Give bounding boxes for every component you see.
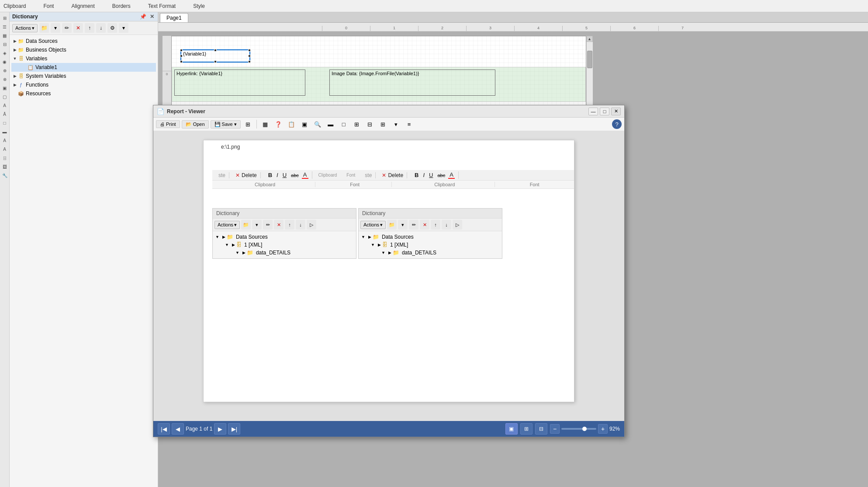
viewer-maximize-button[interactable]: □: [600, 108, 609, 115]
nav-icon-8[interactable]: ⊗: [1, 75, 9, 83]
expand-dd-sub-left[interactable]: ▶: [242, 250, 246, 255]
nav-icon-16[interactable]: A: [1, 145, 9, 153]
nav-icon-1[interactable]: ⊞: [1, 14, 9, 22]
expand-ds-sub-right[interactable]: ▶: [368, 235, 371, 239]
handle-br[interactable]: [248, 60, 251, 63]
nav-icon-15[interactable]: A: [1, 136, 9, 144]
viewer-left-down-btn[interactable]: ↓: [296, 220, 305, 230]
expand-resources[interactable]: [12, 91, 17, 96]
expand-dd-sub-right[interactable]: ▶: [388, 250, 391, 255]
viewer-minimize-button[interactable]: —: [588, 108, 598, 115]
expand-xml-sub-right[interactable]: ▶: [378, 243, 381, 247]
viewer-tool-btn-9[interactable]: ⊞: [351, 119, 363, 129]
viewer-right-new-dropdown[interactable]: ▾: [398, 220, 408, 230]
handle-bl[interactable]: [180, 60, 183, 63]
nav-icon-11[interactable]: A: [1, 101, 9, 109]
vd-data-details-left[interactable]: ▼ ▶ 📁 data_DETAILS: [214, 249, 354, 257]
nav-prev-button[interactable]: ◀: [172, 423, 184, 435]
nav-icon-19[interactable]: 🔧: [1, 171, 9, 179]
move-up-button[interactable]: ↑: [85, 23, 94, 33]
viewer-tool-btn-2[interactable]: ▦: [259, 119, 271, 129]
viewer-help-button[interactable]: ?: [612, 119, 622, 129]
move-down-button[interactable]: ↓: [96, 23, 106, 33]
expand-xml-sub-left[interactable]: ▶: [232, 243, 235, 247]
variable1-box[interactable]: {Variable1}: [180, 49, 250, 63]
expand-ds-right[interactable]: ▼: [361, 235, 365, 239]
viewer-tool-btn-dropdown[interactable]: ▾: [391, 119, 402, 129]
print-button[interactable]: 🖨 Print: [156, 120, 180, 128]
viewer-left-more-btn[interactable]: ▷: [307, 220, 316, 230]
delete-button[interactable]: ✕: [73, 23, 83, 33]
nav-icon-17[interactable]: ⌻: [1, 154, 9, 162]
nav-icon-14[interactable]: ▬: [1, 128, 9, 136]
nav-icon-18[interactable]: 🖼: [1, 163, 9, 170]
zoom-slider[interactable]: [561, 428, 596, 430]
vd-xml-right[interactable]: ▼ ▶ 🗄 1 [XML]: [360, 241, 500, 249]
edit-button[interactable]: ✏: [62, 23, 72, 33]
vd-data-sources-right[interactable]: ▼ ▶ 📁 Data Sources: [360, 233, 500, 241]
expand-variables[interactable]: ▼: [12, 56, 17, 61]
expand-ds-left[interactable]: ▼: [215, 235, 219, 239]
nav-icon-6[interactable]: ◉: [1, 58, 9, 66]
tree-item-business-objects[interactable]: ▶ 📁 Business Objects: [11, 45, 156, 54]
viewer-right-delete-btn[interactable]: ✕: [420, 220, 429, 230]
tree-item-functions[interactable]: ▶ ƒ Functions: [11, 80, 156, 89]
nav-icon-4[interactable]: ⊟: [1, 40, 9, 48]
new-folder-button[interactable]: 📁: [39, 23, 49, 33]
viewer-right-new-btn[interactable]: 📁: [387, 220, 397, 230]
image-data-box[interactable]: Image Data: {Image.FromFile(Variable1)}: [329, 70, 495, 96]
viewer-right-edit-btn[interactable]: ✏: [409, 220, 418, 230]
tree-item-variable1[interactable]: 📋 Variable1: [11, 63, 156, 72]
viewer-tool-btn-10[interactable]: ⊟: [364, 119, 376, 129]
nav-icon-9[interactable]: ▣: [1, 84, 9, 92]
expand-ds-sub-left[interactable]: ▶: [222, 235, 225, 239]
nav-icon-10[interactable]: ▢: [1, 93, 9, 101]
zoom-slider-thumb[interactable]: [582, 427, 587, 431]
tree-item-resources[interactable]: 📦 Resources: [11, 89, 156, 98]
expand-xml-right[interactable]: ▼: [371, 243, 375, 247]
zoom-out-button[interactable]: −: [550, 424, 560, 434]
scroll-up-arrow[interactable]: ▲: [587, 36, 593, 42]
vd-data-sources[interactable]: ▼ ▶ 📁 Data Sources: [214, 233, 354, 241]
settings-dropdown[interactable]: ▾: [119, 23, 128, 33]
viewer-left-actions-btn[interactable]: Actions ▾: [214, 221, 240, 229]
viewer-content[interactable]: e:\1.png ste ✕ Delete B I U: [153, 131, 624, 421]
expand-dd-left[interactable]: ▼: [235, 250, 239, 255]
viewer-right-more-btn[interactable]: ▷: [453, 220, 462, 230]
viewer-tool-btn-7[interactable]: ▬: [325, 119, 336, 129]
tree-item-data-sources[interactable]: ▶ 📁 Data Sources: [11, 37, 156, 45]
nav-next-button[interactable]: ▶: [214, 423, 226, 435]
viewer-tool-btn-4[interactable]: 📋: [286, 119, 297, 129]
viewer-tool-btn-11[interactable]: ⊞: [377, 119, 389, 129]
tree-item-system-variables[interactable]: ▶ 🗄 System Variables: [11, 72, 156, 80]
tab-page1[interactable]: Page1: [160, 13, 188, 22]
expand-variable1[interactable]: [22, 65, 27, 70]
nav-icon-13[interactable]: □: [1, 119, 9, 127]
hyperlink-box[interactable]: Hyperlink: {Variable1}: [174, 70, 305, 96]
view-single-button[interactable]: ▣: [505, 423, 518, 435]
handle-tl[interactable]: [180, 49, 183, 52]
viewer-left-new-btn[interactable]: 📁: [241, 220, 251, 230]
expand-business-objects[interactable]: ▶: [12, 47, 17, 52]
tree-item-variables[interactable]: ▼ 🗄 Variables: [11, 54, 156, 63]
settings-button[interactable]: ⚙: [107, 23, 117, 33]
viewer-tool-btn-6[interactable]: 🔍: [312, 119, 323, 129]
nav-icon-3[interactable]: ▦: [1, 31, 9, 39]
handle-mr[interactable]: [248, 55, 251, 57]
viewer-right-up-btn[interactable]: ↑: [431, 220, 440, 230]
expand-data-sources[interactable]: ▶: [12, 38, 17, 44]
nav-icon-7[interactable]: ⊕: [1, 66, 9, 74]
viewer-left-edit-btn[interactable]: ✏: [263, 220, 273, 230]
zoom-in-button[interactable]: +: [598, 424, 608, 434]
pin-button[interactable]: 📌: [139, 14, 147, 20]
viewer-left-new-dropdown[interactable]: ▾: [252, 220, 262, 230]
new-folder-dropdown[interactable]: ▾: [51, 23, 60, 33]
handle-tr[interactable]: [248, 49, 251, 52]
vd-data-details-right[interactable]: ▼ ▶ 📁 data_DETAILS: [360, 249, 500, 257]
handle-ml[interactable]: [180, 55, 183, 57]
expand-system-vars[interactable]: ▶: [12, 73, 17, 79]
viewer-tool-btn-8[interactable]: □: [338, 119, 349, 129]
viewer-right-actions-btn[interactable]: Actions ▾: [360, 221, 386, 229]
handle-tc[interactable]: [214, 49, 217, 52]
nav-icon-2[interactable]: ☰: [1, 23, 9, 31]
